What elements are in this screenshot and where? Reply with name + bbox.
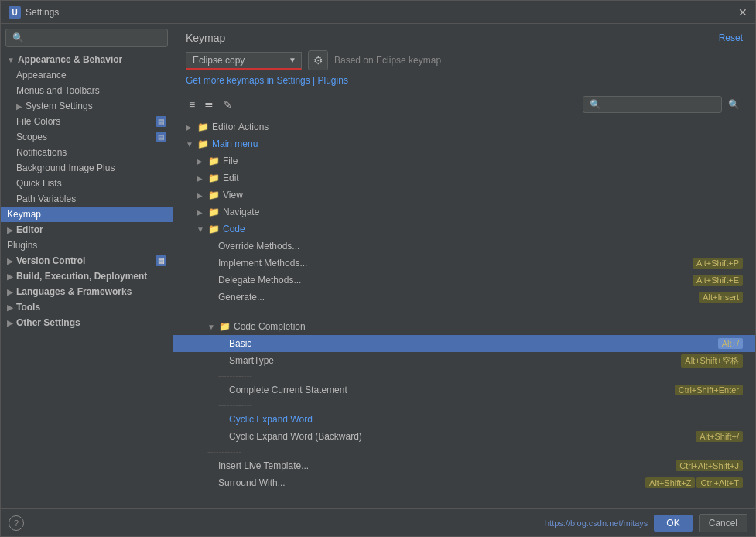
chevron-right-icon: ▶ [197,174,207,183]
toolbar-btn-2[interactable]: ≣ [201,97,217,112]
sidebar-item-scopes[interactable]: Scopes ▤ [1,129,173,145]
tree-row-cyclic-expand-word-backward[interactable]: Cyclic Expand Word (Backward) Alt+Shift+… [173,428,755,445]
sidebar-item-path-variables[interactable]: Path Variables [1,191,173,207]
sidebar: ▼ Appearance & Behavior Appearance Menus… [1,24,173,508]
folder-icon: 📁 [207,207,220,217]
tree-row-insert-live-template[interactable]: Insert Live Template... Ctrl+Alt+Shift+J [173,457,755,474]
tree-row-view[interactable]: ▶ 📁 View [173,186,755,204]
sidebar-item-plugins[interactable]: Plugins [1,238,173,253]
tree-row-editor-actions[interactable]: ▶ 📁 Editor Actions [173,118,755,135]
sidebar-search-input[interactable] [5,29,168,47]
toolbar-btn-3[interactable]: ✎ [220,97,235,112]
main-panel: Keymap Reset Eclipse copy ▼ ⚙ Based on E… [173,24,755,508]
toolbar-search: 🔍 [583,96,743,113]
chevron-right-icon6: ▶ [7,303,13,312]
help-button[interactable]: ? [9,515,24,531]
bottom-right: https://blog.csdn.net/mitays OK Cancel [545,514,747,532]
tree-row-surround-with[interactable]: Surround With... Alt+Shift+Z Ctrl+Alt+T [173,474,755,491]
tree-row-main-menu[interactable]: ▼ 📁 Main menu [173,135,755,152]
tree-row-smart-type[interactable]: SmartType Alt+Shift+空格 [173,352,755,369]
folder-icon: 📁 [207,156,220,166]
tree-row-cyclic-expand-word[interactable]: Cyclic Expand Word [173,411,755,428]
chevron-right-icon2: ▶ [7,226,13,234]
sidebar-item-background-image-plus[interactable]: Background Image Plus [1,160,173,176]
complete-current-shortcut: Ctrl+Shift+Enter [675,385,743,395]
sidebar-item-appearance-behavior[interactable]: ▼ Appearance & Behavior [1,52,173,67]
chevron-right-icon: ▶ [186,123,197,132]
settings-window: U Settings ✕ ▼ Appearance & Behavior App… [0,0,756,537]
tree-row-delegate-methods[interactable]: Delegate Methods... Alt+Shift+E [173,272,755,289]
sidebar-item-system-settings[interactable]: ▶ System Settings [1,98,173,114]
tree-row-navigate[interactable]: ▶ 📁 Navigate [173,204,755,221]
sidebar-item-keymap[interactable]: Keymap [1,207,173,222]
folder-icon: 📁 [207,190,220,200]
file-colors-badge: ▤ [156,116,166,127]
tree-row-edit[interactable]: ▶ 📁 Edit [173,169,755,186]
get-more-keymaps-link[interactable]: Get more keymaps in Settings | Plugins [186,75,348,86]
close-button[interactable]: ✕ [738,6,747,19]
title-bar: U Settings ✕ [1,1,755,24]
sidebar-item-editor[interactable]: ▶ Editor [1,222,173,238]
window-title: Settings [26,7,738,18]
cyclic-backward-shortcut: Alt+Shift+/ [696,431,743,442]
toolbar-left: ≡ ≣ ✎ [186,97,235,112]
tree-row-basic[interactable]: Basic Alt+/ [173,335,755,352]
chevron-right-icon: ▶ [16,102,22,111]
search-button[interactable]: 🔍 [725,97,743,111]
tree-row-code-completion[interactable]: ▼ 📁 Code Completion [173,318,755,335]
gear-button[interactable]: ⚙ [308,50,328,70]
tree-row-code[interactable]: ▼ 📁 Code [173,221,755,238]
tree-row-generate[interactable]: Generate... Alt+Insert [173,289,755,306]
get-more-link[interactable]: Get more keymaps in Settings | Plugins [186,75,743,86]
chevron-down-icon: ▼ [186,140,197,149]
tree-row-override-methods[interactable]: Override Methods... [173,238,755,255]
smart-type-shortcut: Alt+Shift+空格 [681,354,743,368]
cancel-button[interactable]: Cancel [699,514,747,532]
chevron-right-icon: ▶ [197,191,207,200]
content-area: ▼ Appearance & Behavior Appearance Menus… [1,24,755,508]
sidebar-item-file-colors[interactable]: File Colors ▤ [1,114,173,129]
generate-shortcut: Alt+Insert [699,292,743,303]
sidebar-item-languages[interactable]: ▶ Languages & Frameworks [1,284,173,299]
sidebar-item-appearance[interactable]: Appearance [1,67,173,83]
bottom-bar: ? https://blog.csdn.net/mitays OK Cancel [1,508,755,536]
separator-3: ------------ [173,398,755,411]
surround-with-shortcut2: Ctrl+Alt+T [696,477,743,488]
keymap-title-row: Keymap Reset [186,32,743,44]
toolbar-btn-1[interactable]: ≡ [186,97,198,112]
keymap-search-input[interactable] [583,96,722,113]
folder-icon: 📁 [207,224,220,234]
sidebar-item-version-control[interactable]: ▶ Version Control ▤ [1,253,173,268]
ok-button[interactable]: OK [654,515,692,532]
folder-icon: 📁 [197,121,209,132]
sidebar-item-build[interactable]: ▶ Build, Execution, Deployment [1,268,173,284]
sidebar-item-menus-toolbars[interactable]: Menus and Toolbars [1,83,173,98]
watermark-text: https://blog.csdn.net/mitays [545,518,648,528]
sidebar-item-tools[interactable]: ▶ Tools [1,299,173,315]
sidebar-item-quick-lists[interactable]: Quick Lists [1,176,173,191]
delegate-methods-shortcut: Alt+Shift+E [693,275,743,286]
sidebar-item-other-settings[interactable]: ▶ Other Settings [1,315,173,330]
dropdown-value: Eclipse copy [193,55,245,66]
dropdown-arrow-icon: ▼ [289,56,296,64]
surround-with-shortcut1: Alt+Shift+Z [645,477,695,488]
chevron-down-icon: ▼ [207,323,218,331]
keymap-header: Keymap Reset Eclipse copy ▼ ⚙ Based on E… [173,24,755,91]
separator-1: ------------ [173,306,755,318]
chevron-right-icon4: ▶ [7,272,13,281]
vc-badge: ▤ [156,255,166,266]
keymap-tree: ▶ 📁 Editor Actions ▼ 📁 Main menu ▶ 📁 Fil… [173,118,755,508]
toolbar-row: ≡ ≣ ✎ 🔍 [173,91,755,118]
reset-button[interactable]: Reset [719,32,743,43]
tree-row-complete-current-statement[interactable]: Complete Current Statement Ctrl+Shift+En… [173,381,755,398]
tree-row-file[interactable]: ▶ 📁 File [173,152,755,169]
basic-shortcut: Alt+/ [718,338,743,349]
svg-text:U: U [12,9,17,17]
keymap-dropdown[interactable]: Eclipse copy ▼ [186,52,302,70]
tree-row-implement-methods[interactable]: Implement Methods... Alt+Shift+P [173,255,755,272]
chevron-right-icon: ▶ [197,157,207,166]
based-on-text: Based on Eclipse keymap [334,55,441,66]
chevron-right-icon5: ▶ [7,288,13,296]
sidebar-item-notifications[interactable]: Notifications [1,145,173,160]
keymap-controls: Eclipse copy ▼ ⚙ Based on Eclipse keymap [186,50,743,70]
